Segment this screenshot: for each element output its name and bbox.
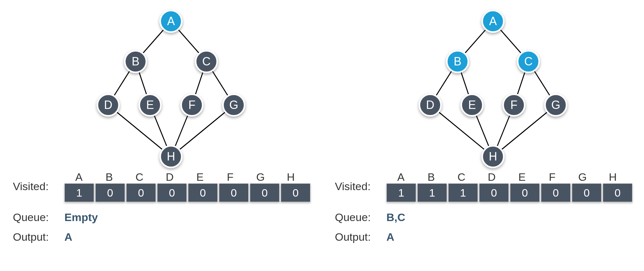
queue-label: Queue: (335, 211, 386, 224)
graph-node-f: F (502, 93, 526, 117)
visited-header-cell: D (155, 171, 184, 183)
output-value-1: A (64, 231, 72, 243)
visited-cells-2: 11100000 (386, 183, 634, 202)
graph-node-b: B (124, 50, 147, 73)
output-row-2: Output: A (335, 231, 644, 243)
visited-header-cell: E (507, 171, 536, 183)
visited-value-cell: 0 (188, 183, 218, 202)
visited-value-cell: 0 (250, 183, 279, 202)
visited-header-cell: A (64, 171, 93, 183)
output-label: Output: (13, 231, 64, 243)
graph-edge (430, 105, 493, 157)
visited-header-cell: G (246, 171, 275, 183)
visited-header-cell: C (125, 171, 154, 183)
graph-node-a: A (159, 10, 183, 33)
visited-header-cell: B (417, 171, 446, 183)
visited-cells-1: 10000000 (64, 183, 312, 202)
output-label: Output: (335, 231, 386, 243)
graph-node-g: G (222, 93, 245, 117)
visited-value-cell: 0 (281, 183, 310, 202)
visited-row-2: Visited: ABCDEFGH 11100000 (335, 171, 644, 202)
graph-node-g: G (544, 93, 567, 117)
info-block-1: Visited: ABCDEFGH 10000000 Queue: Empty … (0, 171, 322, 243)
graph-node-b: B (446, 50, 469, 73)
visited-value-cell: 0 (126, 183, 156, 202)
visited-headers-2: ABCDEFGH (386, 171, 634, 183)
visited-header-cell: C (447, 171, 476, 183)
queue-value-1: Empty (64, 211, 98, 224)
graph-node-d: D (419, 93, 442, 117)
graph-area-2: ABCDEFGH (322, 0, 644, 171)
graph-node-h: H (159, 145, 183, 168)
visited-value-cell: 0 (479, 183, 509, 202)
visited-value-cell: 1 (448, 183, 478, 202)
graph-edge (493, 105, 556, 157)
visited-value-cell: 1 (64, 183, 94, 202)
graph-node-c: C (195, 50, 218, 73)
panel-step-2: ABCDEFGH Visited: ABCDEFGH 11100000 Queu… (322, 0, 644, 250)
visited-header-cell: E (185, 171, 214, 183)
visited-header-cell: F (216, 171, 245, 183)
queue-value-2: B,C (386, 211, 405, 224)
visited-headers-1: ABCDEFGH (64, 171, 312, 183)
visited-label: Visited: (13, 180, 64, 193)
visited-header-cell: D (477, 171, 506, 183)
info-block-2: Visited: ABCDEFGH 11100000 Queue: B,C Ou… (322, 171, 644, 243)
graph-area-1: ABCDEFGH (0, 0, 322, 171)
visited-value-cell: 1 (417, 183, 447, 202)
graph-node-a: A (481, 10, 505, 33)
visited-value-cell: 0 (157, 183, 187, 202)
output-row-1: Output: A (13, 231, 322, 243)
visited-header-cell: B (95, 171, 124, 183)
queue-row-1: Queue: Empty (13, 211, 322, 224)
panel-step-1: ABCDEFGH Visited: ABCDEFGH 10000000 Queu… (0, 0, 322, 250)
visited-value-cell: 0 (219, 183, 249, 202)
visited-label: Visited: (335, 180, 386, 193)
visited-value-cell: 1 (386, 183, 416, 202)
visited-header-cell: G (568, 171, 597, 183)
visited-value-cell: 0 (95, 183, 125, 202)
graph-node-d: D (97, 93, 120, 117)
visited-header-cell: A (386, 171, 415, 183)
visited-value-cell: 0 (541, 183, 571, 202)
queue-row-2: Queue: B,C (335, 211, 644, 224)
visited-header-cell: H (598, 171, 627, 183)
graph-node-e: E (138, 93, 162, 117)
graph-node-c: C (517, 50, 540, 73)
graph-edge (171, 105, 234, 157)
visited-table-2: ABCDEFGH 11100000 (386, 171, 634, 202)
graph-node-h: H (481, 145, 505, 168)
visited-value-cell: 0 (572, 183, 601, 202)
output-value-2: A (386, 231, 394, 243)
graph-node-f: F (180, 93, 204, 117)
visited-table-1: ABCDEFGH 10000000 (64, 171, 312, 202)
graph-edge (108, 105, 171, 157)
diagram-panels: ABCDEFGH Visited: ABCDEFGH 10000000 Queu… (0, 0, 644, 250)
visited-header-cell: H (276, 171, 305, 183)
visited-value-cell: 0 (510, 183, 540, 202)
visited-header-cell: F (538, 171, 567, 183)
visited-row-1: Visited: ABCDEFGH 10000000 (13, 171, 322, 202)
queue-label: Queue: (13, 211, 64, 224)
graph-node-e: E (460, 93, 484, 117)
visited-value-cell: 0 (603, 183, 632, 202)
